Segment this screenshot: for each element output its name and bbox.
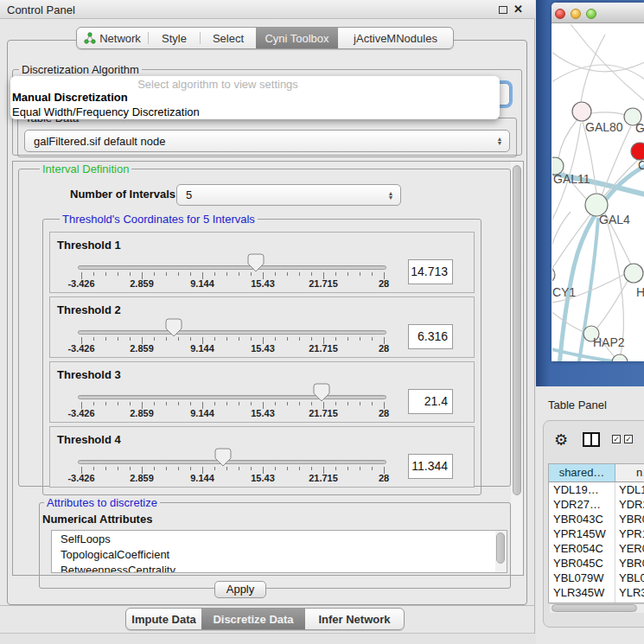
node-table[interactable]: shared… n… YDL19…YDL1YDR27…YDR2YBR043CYB…: [548, 463, 644, 603]
tick-mark: [130, 402, 131, 405]
minimize-traffic-light-icon[interactable]: [571, 9, 581, 19]
list-item-betweennesscentrality[interactable]: BetweennessCentrality: [52, 562, 507, 573]
tick-mark: [130, 467, 131, 470]
cell-shared-name[interactable]: YBR045C: [549, 556, 615, 571]
network-icon: [84, 32, 96, 44]
tab-jactivemnodules-label: jActiveMNodules: [354, 32, 437, 45]
tick-mark: [372, 402, 373, 405]
threshold-3-value-field[interactable]: 21.4: [408, 389, 453, 414]
network-edge[interactable]: [581, 35, 605, 102]
threshold-3-slider-track[interactable]: [78, 395, 386, 399]
network-edge[interactable]: [591, 112, 625, 115]
network-node-gcy1[interactable]: [539, 267, 555, 283]
threshold-4-slider-track[interactable]: [78, 460, 386, 464]
cell-name[interactable]: YDL1: [615, 482, 644, 497]
cell-name[interactable]: YBR0: [615, 512, 644, 526]
dropdown-option-equal-width[interactable]: Equal Width/Frequency Discretization: [12, 105, 200, 118]
tick-mark: [166, 467, 167, 470]
network-edge[interactable]: [532, 294, 583, 332]
tick-mark: [360, 467, 360, 470]
tab-style-label: Style: [162, 32, 187, 45]
columns-icon[interactable]: [583, 432, 600, 447]
zoom-traffic-light-icon[interactable]: [586, 9, 596, 19]
tab-discretize-data[interactable]: Discretize Data: [201, 609, 305, 629]
list-item-selfloops[interactable]: SelfLoops: [52, 531, 507, 546]
network-edge[interactable]: [532, 273, 627, 303]
network-edge[interactable]: [605, 214, 623, 354]
network-edge[interactable]: [558, 119, 577, 158]
threshold-4-panel: Threshold 4 -3.426 2.859 9.144 15.43 21.…: [49, 426, 475, 488]
table-rows[interactable]: YDL19…YDL1YDR27…YDR2YBR043CYBR0YPR145WYP…: [549, 482, 644, 603]
table-row[interactable]: YBR045CYBR0: [549, 556, 644, 571]
threshold-4-value-field[interactable]: 11.344: [408, 454, 453, 479]
table-row[interactable]: YLR345WYLR3: [549, 585, 644, 600]
network-edge[interactable]: [571, 24, 644, 104]
tick-mark: [287, 402, 288, 405]
table-row[interactable]: YPR145WYPR1: [549, 526, 644, 541]
checkbox-icon[interactable]: ✓: [612, 435, 621, 443]
cell-name[interactable]: YPR1: [615, 526, 644, 541]
tab-infer-network[interactable]: Infer Network: [305, 609, 404, 629]
tick-mark: [154, 467, 155, 470]
network-window-titlebar[interactable]: [552, 3, 644, 23]
panel-divider: [0, 605, 535, 606]
cell-shared-name[interactable]: YDL19…: [549, 482, 615, 497]
table-row[interactable]: YBL079WYBL0: [549, 571, 644, 585]
close-traffic-light-icon[interactable]: [555, 9, 565, 19]
node-label: GCY1: [543, 285, 576, 299]
list-scrollbar-thumb[interactable]: [496, 532, 505, 564]
table-hscrollbar-thumb[interactable]: [552, 604, 637, 612]
tab-network-label: Network: [99, 32, 141, 45]
table-row[interactable]: YER054CYER0: [549, 541, 644, 556]
cell-shared-name[interactable]: YBR043C: [549, 512, 615, 526]
cell-shared-name[interactable]: YLR345W: [549, 585, 615, 600]
list-scrollbar[interactable]: [495, 531, 507, 572]
cell-shared-name[interactable]: YER054C: [549, 541, 615, 556]
tick-mark: [178, 467, 179, 470]
tick-label: -3.426: [55, 408, 107, 418]
cell-name[interactable]: YDR2: [615, 497, 644, 512]
cell-name[interactable]: YBR0: [615, 556, 644, 571]
tick-mark: [105, 402, 106, 405]
node-label: H: [636, 285, 644, 299]
network-node[interactable]: [624, 264, 643, 283]
network-edge[interactable]: [552, 214, 590, 270]
gear-icon[interactable]: ⚙: [554, 430, 568, 450]
tick-label: 21.715: [297, 473, 349, 483]
tick-mark: [335, 467, 336, 470]
tick-label: 28: [358, 408, 410, 418]
cell-shared-name[interactable]: YPR145W: [549, 526, 615, 541]
column-header-shared-name[interactable]: shared…: [549, 464, 615, 481]
network-edge[interactable]: [552, 52, 644, 72]
tab-network[interactable]: Network: [77, 28, 148, 48]
cell-shared-name[interactable]: YDR27…: [549, 497, 615, 512]
column-header-name[interactable]: n…: [615, 464, 644, 481]
network-node-gal80[interactable]: [572, 102, 591, 121]
cell-name[interactable]: YLR3: [615, 585, 644, 600]
table-row[interactable]: YDR27…YDR2: [549, 497, 644, 512]
dropdown-option-manual[interactable]: Manual Discretization: [12, 91, 128, 104]
list-item-topologicalcoefficient[interactable]: TopologicalCoefficient: [52, 546, 507, 562]
tab-jactivemnodules[interactable]: jActiveMNodules: [338, 28, 453, 48]
apply-button[interactable]: Apply: [214, 581, 266, 598]
tab-impute-data[interactable]: Impute Data: [126, 609, 201, 629]
network-node[interactable]: [612, 354, 628, 370]
network-node[interactable]: [631, 143, 644, 160]
table-hscrollbar[interactable]: [550, 603, 644, 613]
cell-name[interactable]: YBL0: [615, 571, 644, 585]
bottom-tabbar: Impute Data Discretize Data Infer Networ…: [125, 608, 405, 630]
tick-label: 2.859: [116, 408, 168, 418]
table-row[interactable]: YDL19…YDL1: [549, 482, 644, 497]
node-label: GAL4: [599, 213, 630, 226]
tab-select[interactable]: Select: [201, 28, 256, 48]
checkbox-icon[interactable]: ✓: [624, 435, 633, 443]
tab-style[interactable]: Style: [149, 28, 200, 48]
table-row[interactable]: YBR043CYBR0: [549, 512, 644, 526]
cell-shared-name[interactable]: YBL079W: [549, 571, 615, 585]
cell-name[interactable]: YER0: [615, 541, 644, 556]
numerical-attributes-list[interactable]: SelfLoops TopologicalCoefficient Between…: [51, 530, 507, 573]
threshold-4-slider-thumb[interactable]: [214, 448, 232, 467]
dropdown-prompt: Select algorithm to view settings: [10, 78, 425, 91]
tab-cyni-toolbox[interactable]: Cyni Toolbox: [256, 28, 338, 48]
network-canvas[interactable]: GAL80GACGAL11GAL4GCY1HHAP2: [0, 0, 644, 386]
